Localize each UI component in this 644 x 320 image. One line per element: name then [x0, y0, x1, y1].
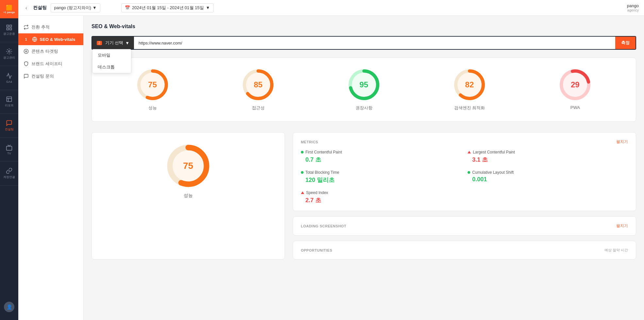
cls-label: Cumulative Layout Shift	[472, 170, 514, 175]
svg-rect-3	[10, 28, 12, 30]
url-input[interactable]	[134, 37, 615, 49]
device-option-mobile[interactable]: 모바일	[92, 49, 131, 61]
score-value-accessibility: 85	[254, 80, 263, 89]
metrics-section: METRICS 펼치기 First Contentful Paint 0.7 초	[293, 132, 636, 259]
large-donut-performance: 75	[165, 143, 211, 189]
score-card-seo: 82 검색엔진 최적화	[417, 68, 522, 111]
device-dropdown: 모바일 데스크톱	[92, 49, 131, 73]
nav-item-seo[interactable]: 1 SEO & Web-vitals	[18, 33, 83, 45]
nav-label-brand: 브랜드 세이프티	[31, 61, 62, 67]
user-name: pango	[627, 3, 639, 8]
logo: 🟧 +1 pango	[0, 0, 18, 18]
lcp-value: 3.1 초	[468, 156, 628, 164]
sidebar-group-ad: 광고운용	[0, 18, 18, 42]
si-value: 2.7 초	[301, 196, 461, 204]
sidebar-item-account[interactable]: 계정연결	[0, 164, 18, 183]
sidebar-group-mgmt: 광고관리	[0, 42, 18, 66]
nav-label-conversion: 전환 추적	[31, 24, 50, 30]
avatar[interactable]: 👤	[0, 298, 18, 316]
metrics-title: METRICS	[301, 140, 318, 144]
sidebar-item-consulting[interactable]: 컨설팅	[0, 116, 18, 135]
loading-card: LOADING SCREENSHOT 펼치기	[293, 216, 636, 236]
nav-item-content[interactable]: 콘텐츠 타겟팅	[18, 45, 83, 58]
sidebar-label-ad-mgmt: 광고관리	[3, 56, 15, 60]
measure-button[interactable]: 측정	[615, 37, 636, 49]
svg-rect-0	[7, 25, 9, 27]
page-title: SEO & Web-vitals	[91, 24, 636, 29]
nav-item-conversion[interactable]: 전환 추적	[18, 21, 83, 33]
metric-cls: Cumulative Layout Shift 0.001	[468, 170, 628, 184]
sidebar-item-tv[interactable]: TV	[0, 140, 18, 159]
header-breadcrumb[interactable]: pango (팡고지와이) ▼	[51, 3, 100, 12]
score-value-best-practices: 95	[359, 80, 368, 89]
performance-chart-section: 75 성능	[91, 132, 285, 259]
user-role: agency	[627, 8, 639, 12]
tbt-label: Total Blocking Time	[305, 170, 339, 175]
left-nav: 전환 추적 1 SEO & Web-vitals 콘텐츠 타겟팅 브랜드 세이프…	[18, 16, 84, 320]
score-value-performance: 75	[148, 80, 157, 89]
loading-header: LOADING SCREENSHOT 펼치기	[301, 223, 628, 229]
svg-point-4	[8, 51, 10, 52]
sidebar: 🟧 +1 pango 광고운용 광고관리 GA4 리포트 컨설팅	[0, 0, 18, 320]
header-title: 컨설팅	[33, 5, 47, 11]
sidebar-label-report: 리포트	[5, 103, 14, 108]
date-range-text: 2024년 01월 15일 - 2024년 01월 15일	[132, 5, 204, 11]
back-button[interactable]: ‹	[24, 4, 29, 12]
header-date[interactable]: 📅 2024년 01월 15일 - 2024년 01월 15일 ▼	[121, 3, 214, 12]
metrics-grid: First Contentful Paint 0.7 초 Largest Con…	[301, 150, 628, 204]
score-card-performance: 75 성능	[100, 68, 205, 111]
sidebar-group-consulting: 컨설팅	[0, 114, 18, 138]
device-badge: 2	[97, 41, 102, 45]
svg-rect-8	[7, 146, 12, 150]
device-select-button[interactable]: 2 기기 선택 ▼	[92, 37, 134, 49]
opportunities-subtitle: 예상 절약 시간	[604, 248, 628, 253]
score-label-pwa: PWA	[570, 105, 580, 110]
url-bar-row: 2 기기 선택 ▼ 모바일 데스크톱 측정	[91, 36, 636, 50]
sidebar-item-report[interactable]: 리포트	[0, 93, 18, 111]
date-chevron: ▼	[206, 5, 210, 10]
nav-item-inquiry[interactable]: 컨설팅 문의	[18, 70, 83, 82]
donut-best-practices: 95	[348, 68, 380, 101]
sidebar-group-account: 계정연결	[0, 162, 18, 186]
metric-si: Speed Index 2.7 초	[301, 190, 461, 204]
metric-name-si: Speed Index	[301, 190, 461, 195]
cls-indicator	[468, 171, 470, 174]
metric-name-fcp: First Contentful Paint	[301, 150, 461, 154]
device-option-desktop[interactable]: 데스크톱	[92, 61, 131, 73]
metric-fcp: First Contentful Paint 0.7 초	[301, 150, 461, 164]
sidebar-item-ad-ops[interactable]: 광고운용	[0, 21, 18, 39]
sidebar-label-ga4: GA4	[6, 80, 12, 83]
nav-item-brand[interactable]: 브랜드 세이프티	[18, 58, 83, 70]
sidebar-item-ga4[interactable]: GA4	[0, 69, 18, 87]
large-score-label: 성능	[184, 193, 193, 199]
opportunities-card: OPPORTUNITIES 예상 절약 시간	[293, 241, 636, 259]
tbt-value: 120 밀리초	[301, 176, 461, 184]
breadcrumb-text: pango (팡고지와이)	[54, 5, 91, 11]
breadcrumb-chevron: ▼	[92, 5, 97, 10]
sidebar-item-ad-mgmt[interactable]: 광고관리	[0, 45, 18, 63]
svg-point-12	[25, 51, 27, 52]
nav-badge-seo: 1	[24, 37, 29, 42]
content-area: 전환 추적 1 SEO & Web-vitals 콘텐츠 타겟팅 브랜드 세이프…	[18, 16, 644, 320]
sidebar-label-account: 계정연결	[3, 175, 15, 179]
sidebar-group-report: 리포트	[0, 90, 18, 114]
svg-rect-1	[10, 25, 12, 27]
nav-label-seo: SEO & Web-vitals	[40, 37, 75, 42]
opportunities-header: OPPORTUNITIES 예상 절약 시간	[301, 248, 628, 253]
metric-lcp: Largest Contentful Paint 3.1 초	[468, 150, 628, 164]
score-label-performance: 성능	[148, 105, 157, 111]
score-value-pwa: 29	[571, 80, 580, 89]
score-card-accessibility: 85 접근성	[205, 68, 311, 111]
score-cards-row: 75 성능 85 접근성	[91, 58, 636, 122]
metrics-card: METRICS 펼치기 First Contentful Paint 0.7 초	[293, 132, 636, 211]
score-card-pwa: 29 PWA	[522, 68, 628, 111]
lcp-indicator	[468, 151, 471, 153]
lcp-label: Largest Contentful Paint	[473, 150, 515, 154]
header-user: pango agency	[627, 3, 639, 12]
loading-expand[interactable]: 펼치기	[616, 223, 628, 229]
sidebar-group-tv: TV	[0, 138, 18, 162]
top-header: ‹ 컨설팅 pango (팡고지와이) ▼ 📅 2024년 01월 15일 - …	[18, 0, 644, 16]
score-card-best-practices: 95 권장사항	[311, 68, 417, 111]
metrics-expand[interactable]: 펼치기	[616, 139, 628, 145]
large-score-value: 75	[183, 161, 193, 171]
